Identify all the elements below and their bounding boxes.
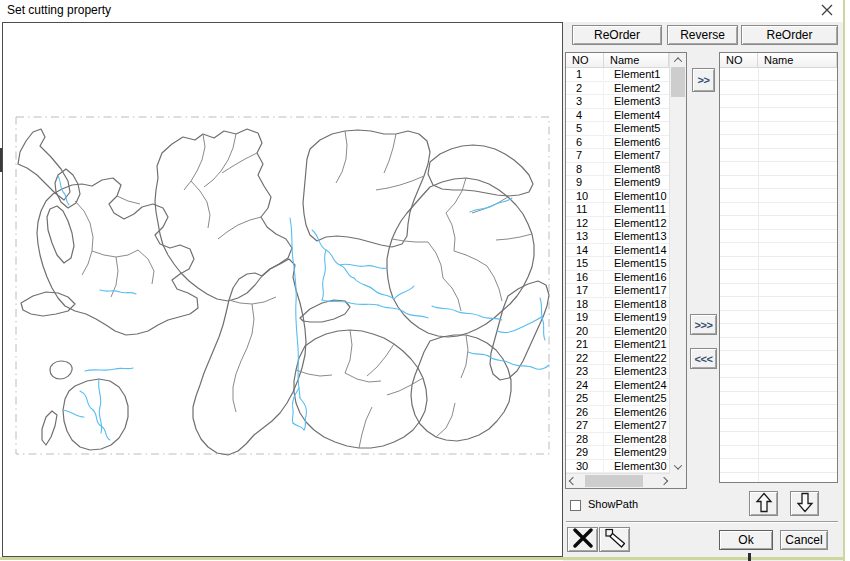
cell-no: 27 xyxy=(566,419,604,431)
list-item[interactable]: 3Element3 xyxy=(566,95,670,109)
list-item[interactable]: 13Element13 xyxy=(566,230,670,244)
chevron-right-icon xyxy=(659,477,667,485)
list-item[interactable]: 11Element11 xyxy=(566,203,670,217)
list-item[interactable]: 24Element24 xyxy=(566,379,670,393)
selection-dashed-border xyxy=(16,117,549,454)
scroll-up-button[interactable] xyxy=(670,53,686,66)
target-col-name: Name xyxy=(758,53,837,67)
cell-no: 22 xyxy=(566,352,604,364)
delete-cross-button[interactable] xyxy=(567,527,598,552)
cell-no: 10 xyxy=(566,190,604,202)
list-item[interactable]: 18Element18 xyxy=(566,298,670,312)
list-item[interactable]: 30Element30 xyxy=(566,460,670,474)
window-edge-bottom xyxy=(0,557,845,560)
cell-name: Element5 xyxy=(604,122,669,134)
cell-name: Element8 xyxy=(604,163,669,175)
reorder-right-button[interactable]: ReOrder xyxy=(741,25,838,45)
cell-name: Element27 xyxy=(604,419,669,431)
list-item[interactable]: 26Element26 xyxy=(566,406,670,420)
cell-name: Element7 xyxy=(604,149,669,161)
chevron-left-icon xyxy=(568,477,576,485)
hollow-up-arrow-icon xyxy=(755,492,773,516)
list-item[interactable]: 19Element19 xyxy=(566,311,670,325)
cell-name: Element23 xyxy=(604,365,669,377)
cell-no: 6 xyxy=(566,136,604,148)
cell-no: 15 xyxy=(566,257,604,269)
list-item[interactable]: 4Element4 xyxy=(566,109,670,123)
horizontal-scroll-thumb[interactable] xyxy=(585,475,643,487)
cell-no: 23 xyxy=(566,365,604,377)
list-item[interactable]: 23Element23 xyxy=(566,365,670,379)
cell-name: Element11 xyxy=(604,203,669,215)
list-item[interactable]: 12Element12 xyxy=(566,217,670,231)
reorder-left-button[interactable]: ReOrder xyxy=(572,25,662,45)
scroll-down-button[interactable] xyxy=(670,460,686,473)
line-segment-button[interactable] xyxy=(599,527,630,552)
move-selected-button[interactable]: >> xyxy=(692,68,715,92)
vertical-scroll-thumb[interactable] xyxy=(671,67,685,97)
target-column-line xyxy=(758,68,759,482)
reverse-button[interactable]: Reverse xyxy=(667,25,738,45)
list-item[interactable]: 17Element17 xyxy=(566,284,670,298)
cell-no: 24 xyxy=(566,379,604,391)
cell-name: Element16 xyxy=(604,271,669,283)
cell-no: 13 xyxy=(566,230,604,242)
list-item[interactable]: 28Element28 xyxy=(566,433,670,447)
target-list-header: NO Name xyxy=(720,53,837,68)
cell-name: Element9 xyxy=(604,176,669,188)
background-left-artifact xyxy=(0,148,2,172)
ok-button[interactable]: Ok xyxy=(719,530,773,550)
cell-name: Element15 xyxy=(604,257,669,269)
list-item[interactable]: 16Element16 xyxy=(566,271,670,285)
cell-name: Element30 xyxy=(604,460,669,472)
move-item-down-button[interactable] xyxy=(790,491,819,516)
list-item[interactable]: 25Element25 xyxy=(566,392,670,406)
background-tick-artifact xyxy=(748,553,751,561)
cell-no: 4 xyxy=(566,109,604,121)
target-list-body[interactable] xyxy=(720,68,837,482)
cell-name: Element19 xyxy=(604,311,669,323)
cell-name: Element4 xyxy=(604,109,669,121)
showpath-checkbox[interactable] xyxy=(570,500,581,511)
cell-no: 9 xyxy=(566,176,604,188)
list-item[interactable]: 9Element9 xyxy=(566,176,670,190)
list-item[interactable]: 10Element10 xyxy=(566,190,670,204)
cell-no: 2 xyxy=(566,82,604,94)
list-item[interactable]: 5Element5 xyxy=(566,122,670,136)
list-item[interactable]: 22Element22 xyxy=(566,352,670,366)
source-col-no: NO xyxy=(566,53,604,67)
list-item[interactable]: 15Element15 xyxy=(566,257,670,271)
chevron-down-icon xyxy=(674,461,682,469)
cell-name: Element3 xyxy=(604,95,669,107)
list-item[interactable]: 29Element29 xyxy=(566,446,670,460)
cell-name: Element14 xyxy=(604,244,669,256)
cell-name: Element18 xyxy=(604,298,669,310)
list-item[interactable]: 7Element7 xyxy=(566,149,670,163)
list-item[interactable]: 8Element8 xyxy=(566,163,670,177)
cancel-button[interactable]: Cancel xyxy=(780,530,828,550)
cell-no: 11 xyxy=(566,203,604,215)
move-all-button[interactable]: >>> xyxy=(690,314,717,335)
list-item[interactable]: 2Element2 xyxy=(566,82,670,96)
move-item-up-button[interactable] xyxy=(749,491,778,516)
map-preview-panel[interactable] xyxy=(2,22,563,557)
cell-name: Element17 xyxy=(604,284,669,296)
cell-name: Element25 xyxy=(604,392,669,404)
scroll-right-button[interactable] xyxy=(657,474,670,488)
window-edge-right xyxy=(843,0,845,561)
list-item[interactable]: 14Element14 xyxy=(566,244,670,258)
list-item[interactable]: 1Element1 xyxy=(566,68,670,82)
cell-no: 12 xyxy=(566,217,604,229)
source-horizontal-scrollbar[interactable] xyxy=(566,473,670,488)
source-list: NO Name 1Element12Element23Element34Elem… xyxy=(565,52,687,489)
list-item[interactable]: 20Element20 xyxy=(566,325,670,339)
cell-no: 8 xyxy=(566,163,604,175)
source-vertical-scrollbar[interactable] xyxy=(669,53,686,473)
list-item[interactable]: 21Element21 xyxy=(566,338,670,352)
scroll-left-button[interactable] xyxy=(566,474,579,488)
cell-name: Element10 xyxy=(604,190,669,202)
list-item[interactable]: 27Element27 xyxy=(566,419,670,433)
close-button[interactable] xyxy=(816,2,838,19)
remove-all-button[interactable]: <<< xyxy=(690,348,717,369)
list-item[interactable]: 6Element6 xyxy=(566,136,670,150)
